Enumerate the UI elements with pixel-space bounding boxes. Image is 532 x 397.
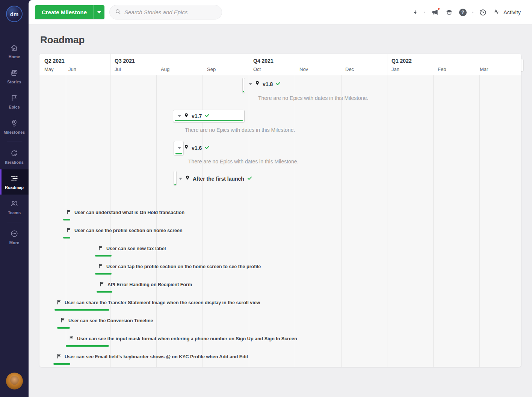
epic-title[interactable]: User can see the Conversion Timeline <box>68 318 153 323</box>
epic-flag-icon <box>98 246 103 252</box>
epic-row[interactable]: User can see the profile section on home… <box>66 228 183 234</box>
month-label: Aug <box>161 66 169 72</box>
epic-duration-bar[interactable] <box>63 237 70 239</box>
gridline-month <box>156 75 157 367</box>
sidebar-item-label: Stories <box>7 80 21 84</box>
epic-row[interactable]: User can see new tax label <box>98 246 166 252</box>
milestone-v1-7[interactable]: v1.7 <box>173 110 245 122</box>
teams-icon <box>10 199 18 208</box>
quarter-label: Q1 2022 <box>391 58 412 64</box>
create-milestone-caret[interactable] <box>94 5 104 19</box>
collapse-caret-icon[interactable] <box>178 115 181 117</box>
milestone-progress <box>175 120 243 121</box>
milestone-empty-text: There are no Epics with dates in this Mi… <box>185 127 295 133</box>
sidebar-item-roadmap[interactable]: Roadmap <box>0 169 29 195</box>
epic-duration-bar[interactable] <box>54 309 109 311</box>
epic-row[interactable]: API Error Handling on Recipient Form <box>100 282 192 288</box>
quarter-label: Q4 2021 <box>253 58 274 64</box>
create-milestone-button[interactable]: Create Milestone <box>35 5 104 19</box>
epic-title[interactable]: User can share the Transfer Statement Im… <box>65 300 260 305</box>
epic-title[interactable]: User can see the input mask format when … <box>77 336 297 341</box>
month-label: Dec <box>345 66 354 72</box>
gridline-month <box>479 75 480 367</box>
epic-row[interactable]: User can share the Transfer Statement Im… <box>57 300 260 306</box>
sidebar-item-home[interactable]: Home <box>0 39 29 64</box>
search-box[interactable] <box>109 5 222 20</box>
epic-duration-bar[interactable] <box>53 363 70 365</box>
epic-duration-bar[interactable] <box>66 345 109 347</box>
help-icon[interactable]: ? <box>459 9 467 16</box>
sidebar-item-epics[interactable]: Epics <box>0 89 29 114</box>
collapse-caret-icon[interactable] <box>178 147 181 149</box>
milestone-name[interactable]: v1.8 <box>263 81 273 87</box>
epic-flag-icon <box>98 264 103 270</box>
learn-icon[interactable] <box>445 9 453 16</box>
epic-title[interactable]: User can see Email field's keyboarder sh… <box>65 354 248 359</box>
epic-duration-bar[interactable] <box>95 255 112 257</box>
sidebar-item-label: More <box>9 240 19 245</box>
sidebar-item-stories[interactable]: Stories <box>0 64 29 89</box>
epic-row[interactable]: User can see the Conversion Timeline <box>60 318 153 324</box>
epic-row[interactable]: User can see the input mask format when … <box>69 336 297 342</box>
epic-title[interactable]: User can see new tax label <box>106 246 166 251</box>
collapse-caret-icon[interactable] <box>249 83 252 85</box>
milestone-progress <box>243 91 244 92</box>
epic-row[interactable]: User can see Email field's keyboarder sh… <box>57 354 248 360</box>
epic-row[interactable]: User can understand what is On Hold tran… <box>66 210 184 216</box>
quarter-label: Q2 2021 <box>44 58 65 64</box>
user-avatar[interactable] <box>6 373 23 389</box>
milestone-marker-v1-8[interactable] <box>242 78 245 93</box>
epic-title[interactable]: User can see the profile section on home… <box>74 228 183 233</box>
topbar: Create Milestone ? Activity <box>29 0 532 24</box>
sidebar-item-label: Iterations <box>5 160 24 165</box>
app-logo[interactable]: dm <box>6 6 23 22</box>
sidebar-item-iterations[interactable]: Iterations <box>0 144 29 169</box>
activity-button[interactable]: Activity <box>493 8 521 16</box>
milestone-progress <box>175 153 182 154</box>
month-label: Sep <box>207 66 216 72</box>
month-label: May <box>44 66 54 72</box>
home-icon <box>10 44 18 53</box>
milestone-pin-icon <box>184 144 189 151</box>
page-title: Roadmap <box>40 34 85 46</box>
sidebar-item-label: Epics <box>9 105 20 109</box>
sidebar-item-teams[interactable]: Teams <box>0 195 29 220</box>
check-icon <box>204 145 210 151</box>
milestone-name[interactable]: After the first launch <box>193 176 244 182</box>
milestone-pin-icon <box>185 175 190 182</box>
milestone-name[interactable]: v1.6 <box>192 145 202 151</box>
milestone-pin-icon <box>255 80 260 88</box>
month-label: Jan <box>391 66 399 72</box>
shortcuts-bolt-icon[interactable] <box>413 9 419 16</box>
sidebar-item-milestones[interactable]: Milestones <box>0 114 29 139</box>
month-label: Jun <box>68 66 76 72</box>
milestone-name[interactable]: v1.7 <box>192 113 202 119</box>
collapse-caret-icon[interactable] <box>179 178 182 180</box>
sidebar-divider <box>7 222 22 222</box>
activity-icon <box>493 8 501 16</box>
history-icon[interactable] <box>479 8 487 16</box>
pin-icon <box>10 119 18 128</box>
epic-title[interactable]: User can tap the profile section on the … <box>106 264 261 269</box>
epic-duration-bar[interactable] <box>95 273 112 275</box>
epic-title[interactable]: API Error Handling on Recipient Form <box>107 282 192 287</box>
epic-duration-bar[interactable] <box>57 327 70 329</box>
milestone-progress <box>174 184 176 185</box>
sidebar-item-more[interactable]: More <box>0 225 29 250</box>
epic-flag-icon <box>100 282 104 288</box>
epic-duration-bar[interactable] <box>63 219 70 220</box>
quarter-label: Q3 2021 <box>115 58 135 64</box>
announcements-icon[interactable] <box>431 9 439 16</box>
epic-title[interactable]: User can understand what is On Hold tran… <box>74 210 184 215</box>
epic-row[interactable]: User can tap the profile section on the … <box>98 264 261 270</box>
search-input[interactable] <box>124 9 211 15</box>
epic-duration-bar[interactable] <box>97 291 112 293</box>
stories-icon <box>10 69 18 78</box>
milestone-v1-6[interactable]: v1.6 <box>178 144 210 151</box>
month-label: Feb <box>438 66 446 72</box>
milestone-marker-after-first-launch[interactable] <box>174 171 177 186</box>
create-milestone-label[interactable]: Create Milestone <box>35 5 94 19</box>
milestone-v1-8[interactable]: v1.8 <box>249 80 281 88</box>
milestone-after-first-launch[interactable]: After the first launch <box>179 175 252 182</box>
milestone-pin-icon <box>184 113 189 120</box>
